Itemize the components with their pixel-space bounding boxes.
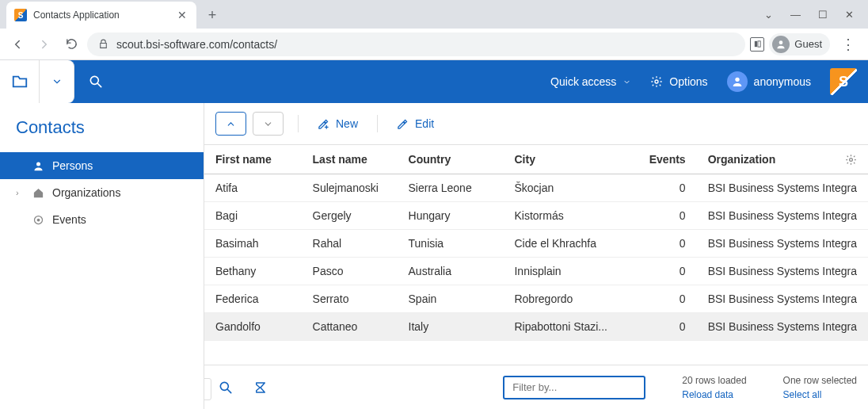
sidebar-item-events[interactable]: Events <box>0 206 204 233</box>
browser-chrome: S Contacts Application ✕ + ⌄ — ☐ ✕ scout… <box>0 0 868 60</box>
quick-access-label: Quick access <box>550 75 616 88</box>
toolbar: New Edit <box>204 103 868 144</box>
cell-country: Sierra Leone <box>398 174 504 202</box>
back-button[interactable] <box>6 33 29 55</box>
new-button[interactable]: New <box>313 117 363 130</box>
reload-data-link[interactable]: Reload data <box>682 389 746 400</box>
cell-first: Gandolfo <box>204 313 302 341</box>
cell-events: 0 <box>638 174 697 202</box>
table-row[interactable]: BagiGergelyHungaryKistormás0BSI Business… <box>204 202 868 230</box>
new-tab-button[interactable]: + <box>201 4 223 26</box>
table-row[interactable]: BasimahRahalTunisiaCide el Khrachfa0BSI … <box>204 230 868 258</box>
cell-events: 0 <box>638 258 697 285</box>
cell-last: Cattaneo <box>302 313 398 341</box>
table-container: First name Last name Country City Events… <box>204 144 868 365</box>
gear-icon <box>650 75 663 88</box>
table-row[interactable]: FedericaSerratoSpainRobregordo0BSI Busin… <box>204 285 868 313</box>
options-menu[interactable]: Options <box>650 75 707 88</box>
browser-tab[interactable]: S Contacts Application ✕ <box>6 2 196 29</box>
close-window-icon[interactable]: ✕ <box>845 9 854 21</box>
guest-label: Guest <box>794 38 822 50</box>
user-menu[interactable]: anonymous <box>727 71 811 92</box>
quick-access-menu[interactable]: Quick access <box>550 75 631 88</box>
collapse-sidebar-button[interactable]: ‹ <box>204 378 211 400</box>
person-icon <box>32 160 44 172</box>
col-city[interactable]: City <box>503 145 638 174</box>
forward-button[interactable] <box>33 33 55 55</box>
cell-first: Federica <box>204 285 302 313</box>
expand-icon[interactable]: › <box>16 188 24 197</box>
table-row[interactable]: GandolfoCattaneoItalyRipabottoni Stazi..… <box>204 313 868 341</box>
cell-first: Bagi <box>204 202 302 230</box>
nav-down-button[interactable] <box>253 112 284 136</box>
cell-events: 0 <box>638 313 697 341</box>
browser-menu-icon[interactable]: ⋮ <box>835 36 862 53</box>
cell-last: Serrato <box>302 285 398 313</box>
col-events[interactable]: Events <box>638 145 697 174</box>
svg-point-8 <box>36 218 40 221</box>
reload-button[interactable] <box>60 33 82 55</box>
cell-city: Innisplain <box>503 258 638 285</box>
target-icon <box>32 214 44 226</box>
sidebar-item-persons[interactable]: Persons <box>0 152 204 179</box>
header-search-button[interactable] <box>74 60 117 103</box>
minimize-icon[interactable]: — <box>790 9 801 21</box>
sidebar: Contacts Persons › Organizations <box>0 103 204 409</box>
svg-rect-1 <box>758 41 760 47</box>
select-all-link[interactable]: Select all <box>783 389 857 400</box>
maximize-icon[interactable]: ☐ <box>818 9 828 21</box>
nav-list: Persons › Organizations Events <box>0 147 204 233</box>
cell-city: Ripabottoni Stazi... <box>503 313 638 341</box>
chevron-down-icon[interactable]: ⌄ <box>764 9 773 21</box>
table-row[interactable]: AtifaSulejmanoskiSierra LeoneŠkocjan0BSI… <box>204 174 868 202</box>
edit-button[interactable]: Edit <box>392 117 439 130</box>
content-area: Contacts Persons › Organizations <box>0 103 868 409</box>
outline-button[interactable] <box>0 60 40 103</box>
col-country[interactable]: Country <box>398 145 504 174</box>
url-field[interactable]: scout.bsi-software.com/contacts/ <box>87 32 745 56</box>
aggregate-button[interactable] <box>250 380 271 395</box>
header-left <box>0 60 117 103</box>
options-label: Options <box>669 75 707 88</box>
cell-last: Sulejmanoski <box>302 174 398 202</box>
cell-last: Gergely <box>302 202 398 230</box>
cell-events: 0 <box>638 285 697 313</box>
sidebar-item-label: Events <box>52 213 86 226</box>
sidebar-item-organizations[interactable]: › Organizations <box>0 179 204 206</box>
outline-menu-button[interactable] <box>40 60 74 103</box>
col-organization[interactable]: Organization <box>697 145 834 174</box>
cell-country: Tunisia <box>398 230 504 258</box>
cell-city: Robregordo <box>503 285 638 313</box>
col-first-name[interactable]: First name <box>204 145 302 174</box>
tab-strip: S Contacts Application ✕ + ⌄ — ☐ ✕ <box>0 0 868 29</box>
sidebar-item-label: Persons <box>52 159 93 172</box>
filter-input[interactable] <box>503 376 645 399</box>
sidebar-item-label: Organizations <box>52 186 120 199</box>
cell-first: Atifa <box>204 174 302 202</box>
nav-up-button[interactable] <box>215 112 246 136</box>
profile-chip[interactable]: Guest <box>769 33 830 55</box>
edit-label: Edit <box>415 117 434 130</box>
rows-loaded-label: 20 rows loaded <box>682 375 746 386</box>
app-logo-icon[interactable]: S <box>830 68 857 95</box>
new-label: New <box>336 117 358 130</box>
cell-org: BSI Business Systems Integra <box>697 258 868 285</box>
extensions-icon[interactable] <box>750 37 764 52</box>
favicon-icon: S <box>14 9 27 21</box>
pencil-icon <box>397 118 409 130</box>
home-icon <box>32 187 44 199</box>
cell-last: Pasco <box>302 258 398 285</box>
rows-info: 20 rows loaded Reload data <box>682 375 746 400</box>
main-panel: New Edit First name Last name Country Ci… <box>204 103 868 409</box>
table-row[interactable]: BethanyPascoAustraliaInnisplain0BSI Busi… <box>204 258 868 285</box>
table-footer: ‹ 20 rows loaded Reload data One row sel… <box>204 365 868 409</box>
close-tab-icon[interactable]: ✕ <box>176 9 188 21</box>
separator <box>377 115 378 132</box>
tab-title: Contacts Application <box>33 10 169 21</box>
table-settings-button[interactable] <box>834 145 868 174</box>
svg-point-2 <box>779 40 783 44</box>
footer-search-button[interactable] <box>215 380 236 396</box>
cell-events: 0 <box>638 230 697 258</box>
url-text: scout.bsi-software.com/contacts/ <box>116 38 277 51</box>
col-last-name[interactable]: Last name <box>302 145 398 174</box>
